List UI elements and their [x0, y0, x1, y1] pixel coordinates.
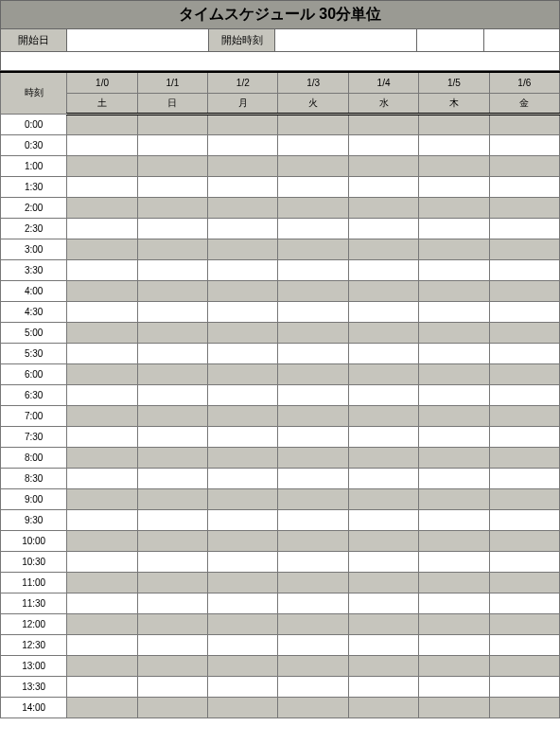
schedule-cell[interactable] — [278, 384, 348, 405]
schedule-cell[interactable] — [419, 301, 489, 322]
schedule-cell[interactable] — [137, 426, 207, 447]
schedule-cell[interactable] — [67, 572, 137, 593]
schedule-cell[interactable] — [419, 634, 489, 655]
schedule-cell[interactable] — [348, 343, 418, 363]
schedule-cell[interactable] — [67, 343, 137, 363]
schedule-cell[interactable] — [348, 530, 418, 551]
schedule-cell[interactable] — [208, 613, 278, 634]
schedule-cell[interactable] — [137, 197, 207, 218]
schedule-cell[interactable] — [419, 572, 489, 593]
schedule-cell[interactable] — [67, 551, 137, 572]
schedule-cell[interactable] — [278, 114, 348, 134]
schedule-cell[interactable] — [419, 551, 489, 572]
schedule-cell[interactable] — [208, 134, 278, 155]
schedule-cell[interactable] — [348, 322, 418, 343]
schedule-cell[interactable] — [419, 134, 489, 155]
schedule-cell[interactable] — [278, 530, 348, 551]
schedule-cell[interactable] — [67, 530, 137, 551]
schedule-cell[interactable] — [348, 593, 418, 613]
schedule-cell[interactable] — [208, 301, 278, 322]
schedule-cell[interactable] — [137, 218, 207, 239]
schedule-cell[interactable] — [278, 509, 348, 530]
schedule-cell[interactable] — [348, 301, 418, 322]
schedule-cell[interactable] — [67, 218, 137, 239]
schedule-cell[interactable] — [489, 551, 559, 572]
schedule-cell[interactable] — [208, 343, 278, 363]
schedule-cell[interactable] — [419, 697, 489, 717]
schedule-cell[interactable] — [137, 343, 207, 363]
schedule-cell[interactable] — [489, 655, 559, 676]
schedule-cell[interactable] — [67, 426, 137, 447]
schedule-cell[interactable] — [137, 634, 207, 655]
schedule-cell[interactable] — [278, 134, 348, 155]
schedule-cell[interactable] — [137, 655, 207, 676]
schedule-cell[interactable] — [489, 176, 559, 197]
schedule-cell[interactable] — [489, 613, 559, 634]
schedule-cell[interactable] — [67, 384, 137, 405]
schedule-cell[interactable] — [208, 447, 278, 468]
schedule-cell[interactable] — [419, 176, 489, 197]
schedule-cell[interactable] — [67, 488, 137, 509]
schedule-cell[interactable] — [67, 134, 137, 155]
schedule-cell[interactable] — [278, 155, 348, 176]
schedule-cell[interactable] — [419, 280, 489, 301]
schedule-cell[interactable] — [67, 114, 137, 134]
schedule-cell[interactable] — [137, 114, 207, 134]
schedule-cell[interactable] — [208, 634, 278, 655]
schedule-cell[interactable] — [348, 447, 418, 468]
schedule-cell[interactable] — [137, 697, 207, 717]
schedule-cell[interactable] — [278, 280, 348, 301]
schedule-cell[interactable] — [137, 447, 207, 468]
schedule-cell[interactable] — [489, 468, 559, 488]
schedule-cell[interactable] — [208, 488, 278, 509]
schedule-cell[interactable] — [489, 114, 559, 134]
schedule-cell[interactable] — [419, 239, 489, 259]
schedule-cell[interactable] — [419, 343, 489, 363]
schedule-cell[interactable] — [489, 593, 559, 613]
schedule-cell[interactable] — [67, 676, 137, 697]
schedule-cell[interactable] — [348, 426, 418, 447]
schedule-cell[interactable] — [278, 259, 348, 280]
schedule-cell[interactable] — [278, 363, 348, 384]
schedule-cell[interactable] — [348, 676, 418, 697]
schedule-cell[interactable] — [67, 447, 137, 468]
schedule-cell[interactable] — [348, 551, 418, 572]
schedule-cell[interactable] — [208, 197, 278, 218]
schedule-cell[interactable] — [208, 655, 278, 676]
schedule-cell[interactable] — [348, 613, 418, 634]
schedule-cell[interactable] — [419, 259, 489, 280]
schedule-cell[interactable] — [489, 384, 559, 405]
schedule-cell[interactable] — [419, 384, 489, 405]
schedule-cell[interactable] — [489, 259, 559, 280]
schedule-cell[interactable] — [489, 697, 559, 717]
schedule-cell[interactable] — [348, 634, 418, 655]
schedule-cell[interactable] — [348, 155, 418, 176]
schedule-cell[interactable] — [137, 301, 207, 322]
schedule-cell[interactable] — [137, 488, 207, 509]
schedule-cell[interactable] — [137, 259, 207, 280]
schedule-cell[interactable] — [208, 426, 278, 447]
schedule-cell[interactable] — [348, 697, 418, 717]
schedule-cell[interactable] — [489, 634, 559, 655]
schedule-cell[interactable] — [348, 280, 418, 301]
schedule-cell[interactable] — [348, 176, 418, 197]
schedule-cell[interactable] — [137, 405, 207, 426]
schedule-cell[interactable] — [278, 697, 348, 717]
schedule-cell[interactable] — [489, 447, 559, 468]
schedule-cell[interactable] — [419, 530, 489, 551]
schedule-cell[interactable] — [67, 655, 137, 676]
schedule-cell[interactable] — [489, 218, 559, 239]
schedule-cell[interactable] — [419, 447, 489, 468]
schedule-cell[interactable] — [348, 405, 418, 426]
schedule-cell[interactable] — [419, 114, 489, 134]
schedule-cell[interactable] — [208, 509, 278, 530]
schedule-cell[interactable] — [489, 426, 559, 447]
schedule-cell[interactable] — [208, 676, 278, 697]
schedule-cell[interactable] — [489, 572, 559, 593]
schedule-cell[interactable] — [137, 509, 207, 530]
schedule-cell[interactable] — [278, 488, 348, 509]
schedule-cell[interactable] — [489, 280, 559, 301]
schedule-cell[interactable] — [67, 197, 137, 218]
schedule-cell[interactable] — [208, 176, 278, 197]
schedule-cell[interactable] — [419, 218, 489, 239]
